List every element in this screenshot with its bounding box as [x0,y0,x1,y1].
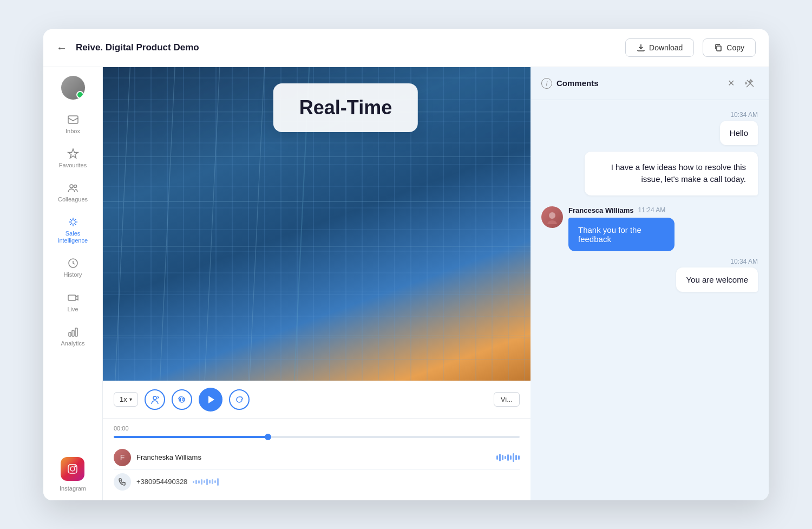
wave-bar-9 [518,455,520,460]
wave-bar-8 [515,455,517,460]
copy-button[interactable]: Copy [703,38,756,57]
svg-point-24 [153,396,156,400]
wave-bar-6 [510,455,512,460]
main-content: Real-Time 1x ▾ [103,67,769,500]
timeline-area: 00:00 F Francheska Williams [103,418,531,500]
sender-name: Francesca Williams [568,206,634,214]
sidebar-label-colleagues: Colleagues [58,196,88,203]
timeline-waves [496,453,520,462]
sidebar-item-sales-intelligence[interactable]: Sales intelligence [49,211,97,250]
timeline-row-person: F Francheska Williams [114,446,520,470]
comments-title: Comments [556,79,719,88]
sidebar-item-analytics[interactable]: Analytics [49,321,97,352]
p-wave-4 [201,479,202,485]
forward-10-button[interactable] [229,389,250,410]
svg-line-13 [115,67,130,381]
video-container: Real-Time [103,67,531,381]
svg-point-3 [74,185,76,187]
p-wave-9 [214,480,216,483]
timeline-person-avatar: F [114,449,131,466]
sidebar-item-inbox[interactable]: Inbox [49,108,97,140]
francesca-header: Francesca Williams 11:24 AM [568,206,686,214]
svg-point-4 [71,220,75,224]
analytics-icon [67,326,79,338]
p-wave-1 [193,481,194,483]
comment-ideas-section: I have a few ideas how to resolve this i… [541,152,758,195]
back-button[interactable]: ← [56,42,67,54]
video-controls: 1x ▾ 10 [103,381,531,418]
sidebar-item-history[interactable]: History [49,252,97,284]
francesca-avatar [541,206,563,228]
svg-rect-0 [717,46,721,51]
instagram-label: Instagram [60,485,86,492]
avatar [61,76,85,100]
wave-bar-4 [505,456,506,459]
comment-francesca-section: Francesca Williams 11:24 AM Thank you fo… [541,206,758,251]
star-icon [67,148,79,160]
wave-bar-3 [502,455,503,460]
comments-header: i Comments ✕ [531,67,769,100]
sidebar-label-favourites: Favourites [59,162,87,169]
p-wave-3 [198,480,200,484]
phone-icon [118,478,127,486]
sidebar-label-live: Live [67,306,78,313]
svg-rect-1 [68,116,78,123]
msg-bubble-hello: Hello [720,121,758,145]
sidebar-item-favourites[interactable]: Favourites [49,142,97,174]
sidebar-label-history: History [63,271,82,278]
colleagues-icon [67,182,79,194]
sidebar-label-sales-intelligence: Sales intelligence [54,230,93,244]
magic-wand-icon[interactable] [743,76,758,91]
speed-button[interactable]: 1x ▾ [114,392,138,407]
svg-line-15 [205,67,220,381]
phone-icon-wrap [114,473,131,491]
svg-rect-8 [72,330,74,336]
timeline-thumb [265,434,271,440]
download-button[interactable]: Download [625,38,694,57]
svg-marker-25 [208,396,214,403]
msg-time-4: 10:34 AM [730,258,758,265]
video-overlay-card: Real-Time [273,83,418,132]
p-wave-2 [195,480,197,484]
timeline-row-phone: +380954490328 [114,470,520,494]
msg-time-1: 10:34 AM [730,111,758,119]
timeline-bar[interactable] [114,436,520,438]
live-icon [67,292,79,304]
p-wave-7 [209,480,211,484]
svg-point-28 [547,220,557,224]
sidebar-label-analytics: Analytics [61,340,84,347]
video-area: Real-Time 1x ▾ [103,67,531,500]
msg-bubble-welcome: You are welcome [676,267,758,292]
sender-time: 11:24 AM [638,206,666,214]
replay-avatar-button[interactable] [145,389,165,410]
header: ← Reive. Digital Product Demo Download C… [43,29,769,67]
instagram-button[interactable] [61,457,84,481]
p-wave-5 [204,480,205,483]
phone-number: +380954490328 [136,478,187,486]
wave-bar-5 [507,454,509,461]
svg-point-12 [75,466,76,467]
info-icon: i [541,78,552,89]
page-title: Reive. Digital Product Demo [76,42,617,53]
svg-rect-9 [75,328,77,336]
rewind-10-button[interactable]: 10 [172,389,192,410]
sidebar-label-inbox: Inbox [66,128,80,135]
timeline-progress [114,436,268,438]
svg-rect-7 [69,332,71,336]
p-wave-6 [206,479,208,485]
close-button[interactable]: ✕ [723,76,738,91]
timeline-time: 00:00 [114,425,520,432]
comments-panel: i Comments ✕ 10:34 AM Hello [531,67,769,500]
sidebar-item-colleagues[interactable]: Colleagues [49,177,97,208]
chevron-down-icon: ▾ [129,396,132,402]
play-button[interactable] [199,388,222,412]
download-icon [637,43,645,52]
sidebar-item-live[interactable]: Live [49,286,97,318]
wave-bar-2 [499,454,501,461]
video-overlay-title: Real-Time [299,96,392,119]
timeline-person-name: Francheska Williams [136,453,491,461]
sidebar-instagram-section: Instagram [60,457,86,492]
comments-body: 10:34 AM Hello I have a few ideas how to… [531,100,769,500]
francesca-content: Francesca Williams 11:24 AM Thank you fo… [568,206,686,251]
view-button[interactable]: Vi... [494,392,520,407]
